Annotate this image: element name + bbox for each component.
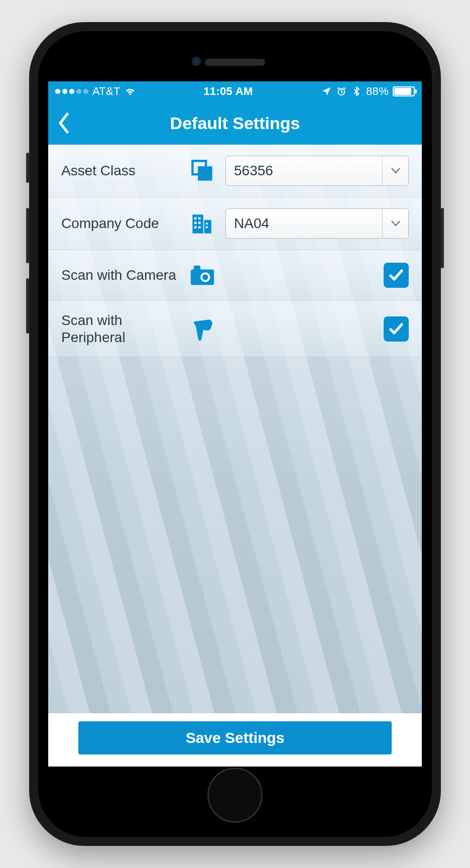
bluetooth-icon [351,86,362,97]
svg-rect-11 [206,223,208,225]
asset-class-icon [188,157,216,185]
svg-point-16 [202,274,208,280]
svg-rect-9 [194,226,196,228]
svg-rect-12 [206,226,208,228]
asset-class-value: 56356 [234,163,273,179]
scan-peripheral-checkbox[interactable] [384,316,409,342]
page-title: Default Settings [170,114,300,133]
asset-class-label: Asset Class [61,162,179,179]
svg-rect-14 [194,266,201,271]
footer: Save Settings [48,713,422,767]
wifi-icon [125,86,136,97]
save-settings-button[interactable]: Save Settings [78,721,392,754]
svg-rect-10 [198,226,200,228]
alarm-icon [336,86,347,97]
asset-class-dropdown[interactable]: 56356 [225,156,409,186]
building-icon [188,209,216,238]
scan-camera-label: Scan with Camera [61,267,179,284]
mute-switch [26,153,29,183]
power-button [441,208,444,268]
company-code-dropdown[interactable]: NA04 [225,208,409,239]
earpiece [205,59,265,66]
carrier-label: AT&T [92,85,121,98]
phone-inner: AT&T 11:05 AM [38,31,432,837]
battery-icon [393,86,415,96]
row-company-code: Company Code NA04 [48,197,422,250]
company-code-value: NA04 [234,215,269,232]
signal-dots-icon [55,89,88,94]
front-camera [191,56,201,66]
battery-pct: 88% [366,85,389,98]
scanner-icon [188,315,216,343]
svg-rect-7 [194,222,196,224]
volume-down [26,278,29,334]
chevron-down-icon [382,209,408,238]
volume-up [26,208,29,263]
scan-camera-checkbox[interactable] [384,263,409,288]
phone-shell: AT&T 11:05 AM [29,22,441,846]
svg-rect-5 [194,218,196,220]
back-button[interactable] [57,112,71,134]
chevron-down-icon [382,156,408,185]
svg-rect-2 [198,166,212,181]
location-icon [321,86,332,97]
camera-icon [188,261,216,289]
company-code-label: Company Code [61,215,179,232]
svg-rect-6 [198,218,200,220]
svg-rect-3 [192,214,203,234]
screen: AT&T 11:05 AM [48,81,422,767]
content-area: Asset Class 56356 [48,145,422,713]
row-scan-camera: Scan with Camera [48,250,422,301]
nav-bar: Default Settings [48,101,422,145]
row-asset-class: Asset Class 56356 [48,145,422,197]
svg-rect-4 [204,220,211,234]
scan-peripheral-label: Scan with Peripheral [61,312,179,346]
status-bar: AT&T 11:05 AM [48,81,422,101]
svg-rect-8 [198,222,200,224]
status-time: 11:05 AM [136,85,321,98]
home-button[interactable] [207,768,263,823]
row-scan-peripheral: Scan with Peripheral [48,301,422,357]
